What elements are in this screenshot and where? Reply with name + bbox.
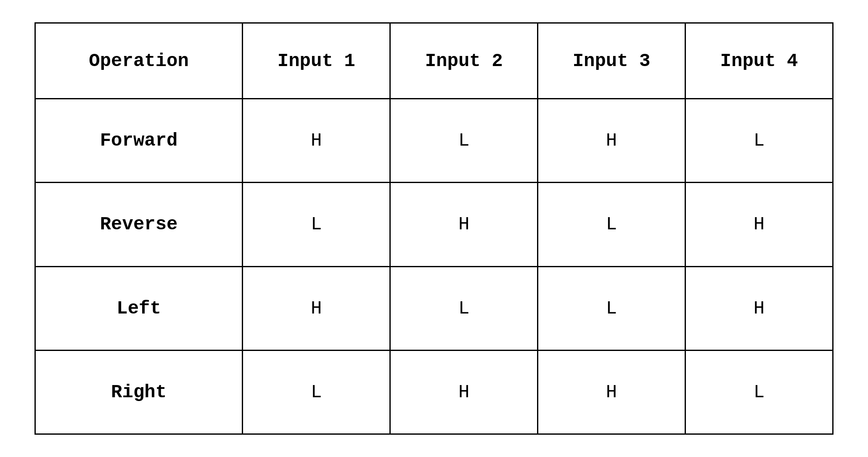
row-left-input4: H bbox=[685, 266, 833, 350]
header-input3: Input 3 bbox=[538, 23, 685, 99]
row-left-input1: H bbox=[243, 266, 390, 350]
row-forward-input4: L bbox=[685, 99, 833, 183]
row-reverse-input2: H bbox=[390, 183, 538, 266]
row-right-input3: H bbox=[538, 350, 685, 434]
main-table-container: Operation Input 1 Input 2 Input 3 Input … bbox=[34, 22, 834, 435]
row-reverse-input4: H bbox=[685, 183, 833, 266]
row-forward-input3: H bbox=[538, 99, 685, 183]
row-left-input2: L bbox=[390, 266, 538, 350]
header-operation: Operation bbox=[35, 23, 243, 99]
row-right-input1: L bbox=[243, 350, 390, 434]
row-forward-input1: H bbox=[243, 99, 390, 183]
row-reverse-input3: L bbox=[538, 183, 685, 266]
row-right-operation: Right bbox=[35, 350, 243, 434]
row-right-input4: L bbox=[685, 350, 833, 434]
header-input1: Input 1 bbox=[243, 23, 390, 99]
row-reverse-operation: Reverse bbox=[35, 183, 243, 266]
row-forward-input2: L bbox=[390, 99, 538, 183]
row-left-input3: L bbox=[538, 266, 685, 350]
header-input4: Input 4 bbox=[685, 23, 833, 99]
table-row: Left H L L H bbox=[35, 266, 833, 350]
row-reverse-input1: L bbox=[243, 183, 390, 266]
header-row: Operation Input 1 Input 2 Input 3 Input … bbox=[35, 23, 833, 99]
row-forward-operation: Forward bbox=[35, 99, 243, 183]
row-right-input2: H bbox=[390, 350, 538, 434]
table-row: Forward H L H L bbox=[35, 99, 833, 183]
operation-table: Operation Input 1 Input 2 Input 3 Input … bbox=[34, 22, 834, 435]
table-row: Right L H H L bbox=[35, 350, 833, 434]
header-input2: Input 2 bbox=[390, 23, 538, 99]
row-left-operation: Left bbox=[35, 266, 243, 350]
table-row: Reverse L H L H bbox=[35, 183, 833, 266]
